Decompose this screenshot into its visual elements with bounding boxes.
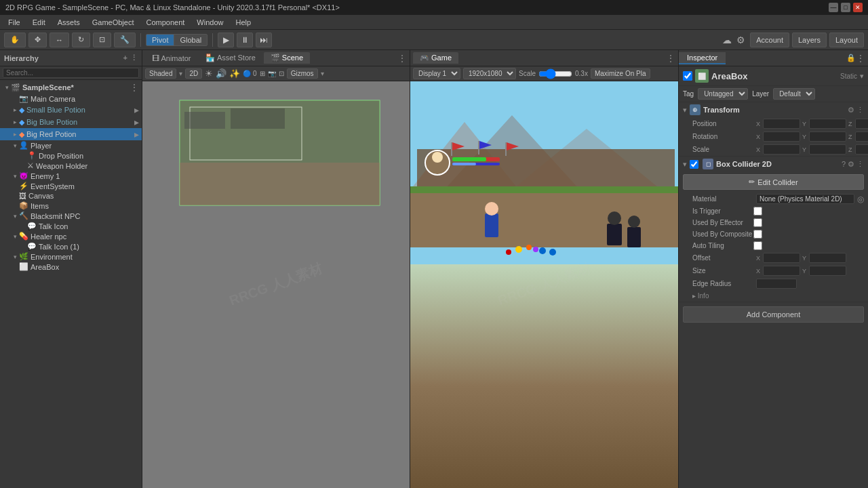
2d-button[interactable]: 2D xyxy=(185,68,202,79)
hierarchy-item-samplescene[interactable]: ▾ 🎬 SampleScene* ⋮ xyxy=(0,81,142,94)
menu-edit[interactable]: Edit xyxy=(27,17,51,28)
close-button[interactable]: ✕ xyxy=(853,3,863,12)
tool-scale[interactable]: ↔ xyxy=(50,33,69,47)
hierarchy-item-dropposition[interactable]: 📍 Drop Position xyxy=(0,150,142,161)
scale-x-input[interactable]: 1 xyxy=(763,144,800,155)
transform-menu-icon[interactable]: ⋮ xyxy=(856,106,864,115)
menu-assets[interactable]: Assets xyxy=(52,17,85,28)
position-y-input[interactable]: -5.3455 xyxy=(809,119,846,129)
game-viewport[interactable]: RRCG 人人素材 xyxy=(410,81,678,488)
inspector-lock-icon[interactable]: 🔒 xyxy=(846,54,856,62)
position-x-input[interactable]: 4.97862 xyxy=(763,119,800,129)
boxcollider-active-checkbox[interactable] xyxy=(690,160,698,169)
menu-gameobject[interactable]: GameObject xyxy=(87,17,140,28)
size-y-input[interactable]: 21.4401 xyxy=(809,266,846,276)
scale-z-input[interactable]: 1 xyxy=(855,144,868,155)
transform-settings-icon[interactable]: ⚙ xyxy=(848,106,854,115)
bigbluepotion-dots[interactable]: ▸ xyxy=(134,117,142,127)
hierarchy-item-enemy1[interactable]: ▾ 👿 Enemy 1 xyxy=(0,171,142,181)
scene-scene-tab[interactable]: 🎬 Scene xyxy=(264,52,310,64)
minimize-button[interactable]: — xyxy=(829,3,838,12)
static-dropdown-icon[interactable]: ▾ xyxy=(860,72,864,81)
tool-rect[interactable]: ⊡ xyxy=(93,33,111,47)
transform-header[interactable]: ▾ ⊕ Transform ⚙ ⋮ xyxy=(679,102,868,117)
scene-viewport[interactable]: RRCG 人人素材 xyxy=(142,81,410,488)
gizmos-button[interactable]: Gizmos xyxy=(287,68,318,79)
boxcollider-help-icon[interactable]: ? xyxy=(842,160,846,169)
tool-rotate[interactable]: ↻ xyxy=(72,33,90,47)
hierarchy-item-items[interactable]: 📦 Items xyxy=(0,201,142,211)
info-item[interactable]: ▸ Info xyxy=(679,290,868,302)
display-select[interactable]: Display 1 xyxy=(413,68,460,79)
global-button[interactable]: Global xyxy=(174,35,207,45)
maximize-button[interactable]: □ xyxy=(841,3,850,12)
scene-animator-tab[interactable]: 🎞 Animator xyxy=(145,53,197,64)
hierarchy-item-bigbluepotion[interactable]: ▸ ◆ Big Blue Potion ▸ xyxy=(0,116,142,128)
shading-button[interactable]: Shaded xyxy=(145,68,176,79)
hierarchy-item-smallbluepotion[interactable]: ▸ ◆ Small Blue Potion ▸ xyxy=(0,104,142,116)
used-by-effector-checkbox[interactable] xyxy=(753,218,762,227)
box-collider-header[interactable]: ▾ ◻ Box Collider 2D ? ⚙ ⋮ xyxy=(679,157,868,171)
hierarchy-item-talkicon2[interactable]: 💬 Talk Icon (1) xyxy=(0,241,142,251)
edit-collider-button[interactable]: ✏ Edit Collider xyxy=(683,174,864,190)
material-picker-icon[interactable]: ◎ xyxy=(857,195,864,204)
step-button[interactable]: ⏭ xyxy=(256,33,272,47)
is-trigger-checkbox[interactable] xyxy=(753,207,762,216)
inspector-menu-icon[interactable]: ⋮ xyxy=(856,53,865,64)
resolution-select[interactable]: 1920x1080 xyxy=(463,68,516,79)
game-scale-slider[interactable] xyxy=(538,70,572,77)
scene-assetstore-tab[interactable]: 🏪 Asset Store xyxy=(199,52,262,64)
tool-hand[interactable]: ✋ xyxy=(4,33,26,47)
hierarchy-item-talkicon1[interactable]: 💬 Talk Icon xyxy=(0,221,142,231)
pause-button[interactable]: ⏸ xyxy=(237,33,253,47)
layout-button[interactable]: Layout xyxy=(829,33,864,47)
scene-panel-menu-icon[interactable]: ⋮ xyxy=(397,53,407,64)
layer-select[interactable]: Default xyxy=(773,88,815,100)
add-component-button[interactable]: Add Component xyxy=(683,306,864,323)
menu-component[interactable]: Component xyxy=(140,17,190,28)
menu-window[interactable]: Window xyxy=(191,17,229,28)
object-active-checkbox[interactable] xyxy=(683,71,692,81)
hierarchy-item-weaponholder[interactable]: ⚔ Weapon Holder xyxy=(0,161,142,171)
boxcollider-settings-icon[interactable]: ⚙ xyxy=(848,160,854,169)
pivot-button[interactable]: Pivot xyxy=(146,35,174,45)
rotation-x-input[interactable]: 0 xyxy=(763,131,800,142)
hierarchy-item-player[interactable]: ▾ 👤 Player xyxy=(0,140,142,150)
hierarchy-item-blacksmitnpc[interactable]: ▾ 🔨 Blacksmit NPC xyxy=(0,211,142,221)
tool-combined[interactable]: 🔧 xyxy=(114,33,136,47)
hierarchy-item-canvas[interactable]: 🖼 Canvas xyxy=(0,191,142,201)
tag-select[interactable]: Untagged xyxy=(698,88,748,100)
hierarchy-item-environment[interactable]: ▾ 🌿 Environment xyxy=(0,251,142,262)
boxcollider-menu-icon[interactable]: ⋮ xyxy=(856,160,864,169)
hierarchy-item-eventsystem[interactable]: ⚡ EventSystem xyxy=(0,181,142,191)
smallbluepotion-dots[interactable]: ▸ xyxy=(134,104,142,115)
menu-file[interactable]: File xyxy=(3,17,26,28)
offset-y-input[interactable]: 0.05270 xyxy=(809,253,846,263)
rotation-z-input[interactable]: 0 xyxy=(855,131,868,142)
hierarchy-add-icon[interactable]: + xyxy=(123,54,127,62)
auto-tiling-checkbox[interactable] xyxy=(753,241,762,250)
game-panel-menu-icon[interactable]: ⋮ xyxy=(666,53,675,64)
hierarchy-item-bigredpotion[interactable]: ▸ ◆ Big Red Potion ▸ xyxy=(0,128,142,140)
layers-button[interactable]: Layers xyxy=(792,33,827,47)
game-tab[interactable]: 🎮 Game xyxy=(413,52,458,64)
hierarchy-item-maincamera[interactable]: 📷 Main Camera xyxy=(0,94,142,104)
scale-y-input[interactable]: 1 xyxy=(809,144,846,155)
offset-x-input[interactable]: 13.8209 xyxy=(763,253,800,263)
hierarchy-item-areabox[interactable]: ⬜ AreaBox xyxy=(0,262,142,272)
tool-move[interactable]: ✥ xyxy=(28,33,47,47)
edge-radius-input[interactable]: 0 xyxy=(756,279,797,289)
maximize-on-play-button[interactable]: Maximize On Pla xyxy=(591,68,650,79)
size-x-input[interactable]: 56.7232 xyxy=(763,266,800,276)
used-by-composite-checkbox[interactable] xyxy=(753,230,762,239)
hierarchy-item-healernpc[interactable]: ▾ 💊 Healer npc xyxy=(0,231,142,241)
samplescene-dots[interactable]: ⋮ xyxy=(130,82,142,93)
bigredpotion-dots[interactable]: ▸ xyxy=(134,129,142,140)
hierarchy-search-input[interactable] xyxy=(3,68,139,78)
rotation-y-input[interactable]: 0 xyxy=(809,131,846,142)
inspector-tab[interactable]: Inspector xyxy=(679,52,726,64)
hierarchy-menu-icon[interactable]: ⋮ xyxy=(130,54,138,62)
account-button[interactable]: Account xyxy=(750,33,789,47)
play-button[interactable]: ▶ xyxy=(218,33,234,47)
position-z-input[interactable]: -47.861 xyxy=(855,119,868,129)
